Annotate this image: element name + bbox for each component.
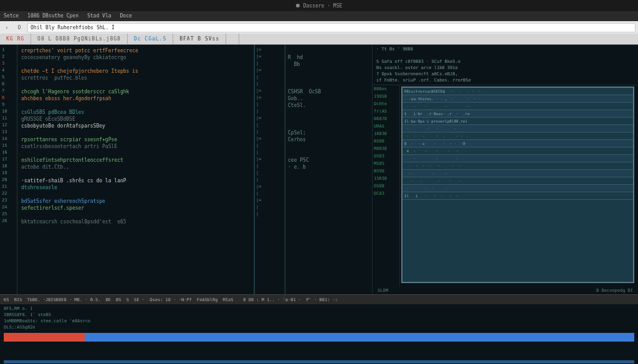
line-number: 21 <box>0 184 17 191</box>
fold-marker[interactable] <box>255 218 285 225</box>
timeline-overview[interactable] <box>4 360 634 363</box>
memory-hex-view[interactable]: R8csctrercacBSECOḍ ·· · · · ·· ·oa·thsro… <box>401 86 634 283</box>
timeline-bar[interactable] <box>4 333 634 342</box>
forward-button[interactable]: O <box>15 25 24 30</box>
hex-row[interactable]: R8csctrercacBSECOḍ ·· · · · · <box>402 88 633 95</box>
fold-marker[interactable]: |= <box>255 116 285 123</box>
fold-marker[interactable]: | <box>255 191 285 198</box>
fold-margin: |=|=||=|||=|=|||=|||=|||=||||=||=|| <box>254 45 285 294</box>
address-label: 16B38 <box>373 131 399 139</box>
tab[interactable]: Dc CGaL.S <box>128 34 173 44</box>
code-line <box>288 170 369 177</box>
fold-marker[interactable]: | <box>255 170 285 177</box>
hex-row[interactable]: Il i · · · · · <box>402 192 633 200</box>
address-label: OCA3 <box>373 191 399 198</box>
fold-marker[interactable]: | <box>255 177 285 184</box>
menu-item[interactable]: Setce <box>4 11 19 21</box>
status-segment: MIaS <box>222 297 233 302</box>
fold-marker[interactable]: | <box>255 82 285 88</box>
line-number: 8 <box>0 95 17 102</box>
status-segment: BS S <box>116 297 129 302</box>
output-lines: 8FS,RM o. 1IBRSS8F8. 1` steBS1oMBBMBoaSt… <box>4 306 634 330</box>
fold-marker[interactable]: |= <box>255 47 285 54</box>
hex-row[interactable]: · · · · · · · <box>402 162 633 170</box>
tab[interactable]: KG RG <box>0 34 31 44</box>
window-title: Dassere · MSE <box>303 3 343 9</box>
hex-row[interactable]: Il·be·8ps·i·proverlp8l88.rel <box>402 118 633 125</box>
code-line <box>288 198 369 205</box>
code-line <box>288 205 369 212</box>
hex-row[interactable]: 8 · · s· · · · · ·8· <box>402 140 633 147</box>
fold-marker[interactable]: | <box>255 109 285 116</box>
tab[interactable]: BFAT B SVss <box>173 34 226 44</box>
fold-marker[interactable]: |= <box>255 184 285 191</box>
inspector-header-line <box>376 52 634 58</box>
tab[interactable] <box>226 34 239 44</box>
code-line <box>21 212 250 218</box>
code-line: rpsorttanres scrpiar ssesnf+gPse <box>21 136 250 143</box>
hex-row[interactable]: · · · <box>402 170 633 177</box>
inspector-header: · Tt Bs ' 98B8S Gafa off c8f8683 · SCuf … <box>373 45 638 85</box>
line-number: 4 <box>0 68 17 75</box>
address-label: OS63 <box>373 154 399 161</box>
line-number: 12 <box>0 123 17 129</box>
line-number: 20 <box>0 177 17 184</box>
code-line <box>288 75 369 82</box>
line-number: 3 <box>0 61 17 68</box>
menu-item[interactable]: 1086 DBsuthe Cpen <box>27 11 79 21</box>
code-line: sefectirerlscf.speser <box>21 205 250 212</box>
hex-row[interactable]: · · · · <box>402 185 633 192</box>
fold-marker[interactable]: |= <box>255 88 285 95</box>
inspector-header-line: · Tt Bs ' 98B8 <box>376 46 634 52</box>
code-line: ahchbes ebsss her.4godorfrpsah <box>21 95 250 102</box>
progress-timeline <box>4 333 634 363</box>
fold-marker[interactable]: | <box>255 61 285 68</box>
line-number: 18 <box>0 164 17 170</box>
menu-item[interactable]: Stad Vla <box>87 11 112 21</box>
code-line: CteSl. <box>288 102 369 109</box>
fold-marker[interactable]: | <box>255 75 285 82</box>
address-label: 15R38 <box>373 176 399 184</box>
window-titlebar: Dassere · MSE <box>0 0 638 11</box>
fold-marker[interactable]: |= <box>255 157 285 164</box>
address-label: URAS <box>373 124 399 131</box>
code-line: cocecoenatory geanehyBy cbkiatocrgo <box>21 54 250 61</box>
status-segment: TbBE. ·JBISB8E8 · MB. · 0.5. <box>27 297 101 302</box>
line-number: 13 <box>0 129 17 136</box>
status-segment: FeASblRg <box>197 297 218 302</box>
fold-marker[interactable]: | <box>255 150 285 157</box>
back-button[interactable]: ‹ <box>2 25 11 30</box>
fold-marker[interactable]: | <box>255 143 285 150</box>
output-line: IBRSS8F8. 1` steBS <box>4 312 634 318</box>
code-editor-middle[interactable]: R hd BbCSHSR OcSBGob..CteSl.CpSel;Cerhos… <box>285 45 373 294</box>
fold-marker[interactable]: | <box>255 164 285 170</box>
fold-marker[interactable]: | <box>255 123 285 129</box>
fold-marker[interactable]: |= <box>255 198 285 205</box>
line-number: 11 <box>0 116 17 123</box>
fold-marker[interactable]: | <box>255 129 285 136</box>
hex-row[interactable]: · · · <box>402 155 633 162</box>
fold-marker[interactable]: | <box>255 212 285 218</box>
fold-marker[interactable]: | <box>255 102 285 109</box>
fold-marker[interactable]: | <box>255 205 285 212</box>
address-label: OcHte <box>373 101 399 109</box>
hex-row[interactable]: · · · · · <box>402 103 633 110</box>
hex-row[interactable]: · · · · · <box>402 177 633 185</box>
hex-row[interactable]: 4 · · · · · <box>402 147 633 155</box>
url-field[interactable]: Ohil Bly Ruherehfiobs ShL. I <box>27 23 636 32</box>
hex-row[interactable]: · · · · · · · <box>402 133 633 140</box>
inspector-footer-left: SLOM <box>378 288 388 293</box>
hex-row[interactable]: t i·br ·r·8oss· .r · .ro <box>402 110 633 118</box>
hex-row[interactable]: · ·oa·thsros. · · , · · · · <box>402 95 633 103</box>
code-editor-left[interactable]: creprtches' voirt potcc ertfFerfeecrecec… <box>17 45 254 294</box>
hex-row[interactable]: · · · · <box>402 125 633 133</box>
line-number: 17 <box>0 157 17 164</box>
fold-marker[interactable]: |= <box>255 95 285 102</box>
fold-marker[interactable]: |= <box>255 136 285 143</box>
fold-marker[interactable]: |= <box>255 68 285 75</box>
inspector-footer-right: B Deconpedg BI <box>596 288 633 293</box>
address-label: 198S8 <box>373 94 399 101</box>
fold-marker[interactable]: |= <box>255 54 285 61</box>
tab[interactable]: O8 L D8B8 PgQNiBLs.j8G8 <box>31 34 128 44</box>
menu-item[interactable]: Doce <box>120 11 132 21</box>
